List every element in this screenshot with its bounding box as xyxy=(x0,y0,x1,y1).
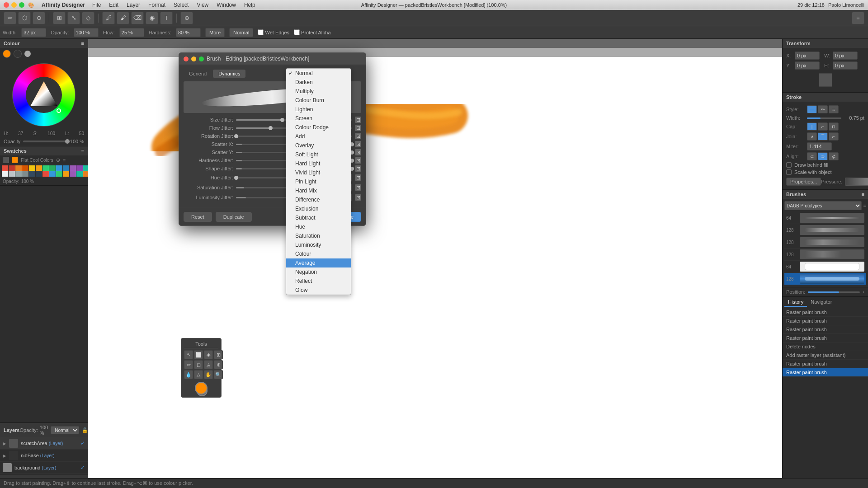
fullscreen-button[interactable] xyxy=(19,2,24,8)
color-wheel[interactable] xyxy=(12,63,75,127)
sat-jitter-slider[interactable] xyxy=(236,187,291,188)
blend-negation[interactable]: Negation xyxy=(286,267,351,277)
history-item-3[interactable]: Raster paint brush xyxy=(783,325,868,334)
paint-tool[interactable]: 🖌 xyxy=(117,12,129,24)
fill-tool2[interactable]: △ xyxy=(194,370,203,379)
hardness-jitter-icon[interactable]: ⊡ xyxy=(355,157,361,164)
rotation-jitter-icon[interactable]: ⊡ xyxy=(355,133,361,139)
layer-item-scratcharea[interactable]: ▶ scratchArea (Layer) ✓ xyxy=(0,437,88,450)
blend-exclusion[interactable]: Exclusion xyxy=(286,204,351,213)
brush-item-1[interactable]: 64 xyxy=(784,212,866,224)
swatch-item[interactable] xyxy=(56,171,62,177)
tool-fg-color[interactable] xyxy=(195,382,208,394)
pen-tool[interactable]: 🖊 xyxy=(102,12,115,24)
blend-glow[interactable]: Glow xyxy=(286,286,351,295)
paint-brush-tool[interactable]: ✏ xyxy=(184,360,193,369)
cursor-tool[interactable]: ↖ xyxy=(184,350,193,359)
swatch-item[interactable] xyxy=(70,171,76,177)
swatch-fg[interactable] xyxy=(12,157,18,163)
type-tool[interactable]: T xyxy=(160,12,173,24)
wet-edges-checkbox[interactable]: Wet Edges xyxy=(258,29,289,35)
swatch-item[interactable] xyxy=(49,171,56,177)
blend-saturation[interactable]: Saturation xyxy=(286,231,351,240)
swatch-item[interactable] xyxy=(36,165,42,171)
properties-btn[interactable]: Properties... xyxy=(786,178,821,186)
blend-pin-light[interactable]: Pin Light xyxy=(286,177,351,186)
dropper-tool[interactable]: 💧 xyxy=(184,370,193,379)
scale-with-cb[interactable] xyxy=(786,169,792,175)
blend-colour[interactable]: Colour xyxy=(286,249,351,258)
layers-lock-icon[interactable]: 🔓 xyxy=(82,427,88,433)
cap-butt[interactable]: | xyxy=(807,122,817,131)
colour-header[interactable]: Colour ≡ xyxy=(0,39,88,48)
blend-average[interactable]: Average xyxy=(286,258,351,267)
brush-menu-icon[interactable]: ≡ xyxy=(863,203,866,208)
close-button[interactable] xyxy=(4,2,9,8)
swatch-item[interactable] xyxy=(63,171,69,177)
stroke-style-solid[interactable]: — xyxy=(807,105,817,113)
tab-dynamics[interactable]: Dynamics xyxy=(213,70,245,78)
tab-navigator[interactable]: Navigator xyxy=(807,298,835,307)
protect-alpha-checkbox[interactable]: Protect Alpha xyxy=(294,29,330,35)
hardness-input[interactable] xyxy=(176,28,201,37)
size-jitter-icon[interactable]: ⊡ xyxy=(355,117,361,123)
eraser-tool2[interactable]: ◻ xyxy=(194,360,203,369)
history-item-4[interactable]: Raster paint brush xyxy=(783,334,868,343)
swatch-item[interactable] xyxy=(42,171,49,177)
history-item-1[interactable]: Raster paint brush xyxy=(783,308,868,317)
swatch-recent[interactable] xyxy=(3,157,9,163)
smudge-tool[interactable]: ◬ xyxy=(204,360,213,369)
minimize-button[interactable] xyxy=(11,2,17,8)
brush-item-5[interactable]: 64 xyxy=(784,261,866,273)
canvas-area[interactable]: Brush - Editing [packedBristlesWorkbench… xyxy=(88,39,782,488)
blend-normal[interactable]: Normal xyxy=(286,69,351,78)
scatter-y-icon[interactable]: ⊡ xyxy=(355,149,361,155)
swatch-item[interactable] xyxy=(36,171,42,177)
stroke-style-brush[interactable]: ✏ xyxy=(818,105,828,113)
swatch-item[interactable] xyxy=(56,165,62,171)
swatch-item[interactable] xyxy=(9,165,15,171)
align-inside[interactable]: ⊂ xyxy=(807,152,817,160)
stroke-header[interactable]: Stroke xyxy=(783,93,868,102)
history-item-5[interactable]: Delete nodes xyxy=(783,343,868,351)
swatch-item[interactable] xyxy=(76,165,83,171)
brush-category-select[interactable]: DAUB Prototypes xyxy=(784,201,862,210)
brush-item-2[interactable]: 128 xyxy=(784,224,866,236)
opacity-slider[interactable] xyxy=(23,141,67,142)
menu-file[interactable]: File xyxy=(89,1,104,9)
shape-jitter-icon[interactable]: ⊡ xyxy=(355,165,361,172)
menu-help[interactable]: Help xyxy=(241,1,259,9)
join-miter[interactable]: ∧ xyxy=(807,132,817,141)
blend-darken[interactable]: Darken xyxy=(286,78,351,87)
align-center[interactable]: ⊃ xyxy=(818,152,828,160)
cap-round[interactable]: ⌐ xyxy=(818,122,828,131)
magnify-tool[interactable]: 🔍 xyxy=(214,370,223,379)
swatch-item[interactable] xyxy=(2,165,8,171)
duplicate-button[interactable]: Duplicate xyxy=(216,212,252,222)
flow-input[interactable] xyxy=(119,28,144,37)
sat-jitter-icon[interactable]: ⊡ xyxy=(355,184,361,191)
swatch-item[interactable] xyxy=(29,165,35,171)
opacity-input[interactable] xyxy=(74,28,99,37)
swatch-item[interactable] xyxy=(63,165,69,171)
menu-select[interactable]: Select xyxy=(170,1,192,9)
blend-colour-dodge[interactable]: Colour Dodge xyxy=(286,123,351,132)
swatch-item[interactable] xyxy=(2,171,8,177)
blend-overlay[interactable]: Overlay xyxy=(286,141,351,150)
brush-item-4[interactable]: 128 xyxy=(784,249,866,261)
join-bevel[interactable]: ⌐ xyxy=(829,132,839,141)
swatches-add-icon[interactable]: ⊕ xyxy=(56,157,60,163)
hue-jitter-icon[interactable]: ⊡ xyxy=(355,174,361,181)
align-outside[interactable]: ⊄ xyxy=(829,152,839,160)
blend-add[interactable]: Add xyxy=(286,132,351,141)
bg-color-swatch[interactable] xyxy=(14,50,22,58)
blend-vivid-light[interactable]: Vivid Light xyxy=(286,168,351,177)
more-button[interactable]: More xyxy=(205,28,225,37)
dialog-minimize[interactable] xyxy=(191,56,196,61)
swatch-item[interactable] xyxy=(76,171,83,177)
swatch-item[interactable] xyxy=(22,171,28,177)
flow-jitter-icon[interactable]: ⊡ xyxy=(355,125,361,131)
node-tool[interactable]: ◇ xyxy=(82,12,94,24)
tab-general[interactable]: General xyxy=(184,70,212,78)
join-round[interactable]: ⌒ xyxy=(818,132,828,141)
